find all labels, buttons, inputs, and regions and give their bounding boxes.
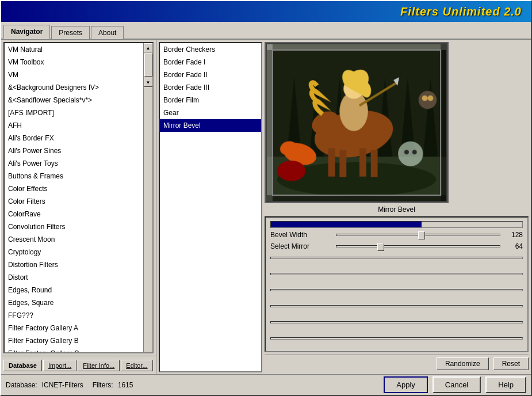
filters-label: Filters: bbox=[93, 381, 113, 389]
empty-track-4 bbox=[270, 305, 523, 307]
empty-track-2 bbox=[270, 273, 523, 275]
editor-button[interactable]: Editor... bbox=[121, 360, 152, 371]
database-label: Database: bbox=[6, 381, 37, 389]
progress-bar-fill bbox=[271, 222, 422, 227]
category-list-container: VM NaturalVM ToolboxVM&<Background Desig… bbox=[3, 42, 154, 353]
scroll-thumb[interactable] bbox=[144, 54, 152, 77]
filter-list-item[interactable]: Gear bbox=[160, 106, 261, 119]
bevel-width-row: Bevel Width 128 bbox=[270, 229, 523, 241]
preview-canvas bbox=[266, 43, 447, 202]
bevel-width-label: Bevel Width bbox=[270, 231, 334, 239]
scroll-down-btn[interactable]: ▼ bbox=[144, 78, 153, 87]
database-value: ICNET-Filters bbox=[42, 381, 83, 389]
right-panel: Border CheckersBorder Fade IBorder Fade … bbox=[156, 40, 531, 374]
status-bar: Database: ICNET-Filters Filters: 1615 Ap… bbox=[1, 374, 531, 395]
scroll-up-btn[interactable]: ▲ bbox=[144, 43, 153, 52]
filter-list-item[interactable]: Border Fade II bbox=[160, 68, 261, 81]
empty-track-3 bbox=[270, 289, 523, 291]
category-list-item[interactable]: VM Natural bbox=[5, 43, 143, 56]
category-list-item[interactable]: Ali's Power Sines bbox=[5, 144, 143, 157]
bottom-toolbar: Database Import... Filter Info... Editor… bbox=[1, 356, 156, 374]
preview-label: Mirror Bevel bbox=[265, 203, 529, 216]
action-buttons-area: Apply Cancel Help bbox=[384, 376, 526, 393]
category-list-item[interactable]: &<Background Designers IV> bbox=[5, 81, 143, 94]
category-list-item[interactable]: Ali's Power Toys bbox=[5, 157, 143, 170]
empty-row-3 bbox=[270, 289, 523, 300]
empty-track-1 bbox=[270, 257, 523, 259]
filter-list-item[interactable]: Border Fade III bbox=[160, 81, 261, 94]
category-list-item[interactable]: FFG??? bbox=[5, 309, 143, 322]
category-list-item[interactable]: VM Toolbox bbox=[5, 56, 143, 68]
filters-value: 1615 bbox=[118, 381, 133, 389]
empty-row-4 bbox=[270, 305, 523, 317]
category-list-item[interactable]: Color Effects bbox=[5, 182, 143, 195]
category-list-item[interactable]: [AFS IMPORT] bbox=[5, 106, 143, 119]
select-mirror-value: 64 bbox=[503, 242, 523, 250]
header: Filters Unlimited 2.0 bbox=[1, 1, 531, 22]
filter-list-item[interactable]: Mirror Bevel bbox=[160, 119, 261, 132]
filter-list-item[interactable]: Border Film bbox=[160, 94, 261, 106]
select-mirror-track[interactable] bbox=[336, 245, 500, 248]
tab-navigator[interactable]: Navigator bbox=[3, 25, 50, 39]
category-list-item[interactable]: Color Filters bbox=[5, 195, 143, 208]
category-list-item[interactable]: Edges, Square bbox=[5, 296, 143, 309]
bevel-width-thumb[interactable] bbox=[418, 231, 425, 239]
bevel-width-track[interactable] bbox=[336, 234, 500, 236]
empty-row-5 bbox=[270, 321, 523, 333]
main-window: Filters Unlimited 2.0 Navigator Presets … bbox=[0, 0, 532, 396]
bevel-width-value: 128 bbox=[503, 231, 523, 239]
bottom-right-bar: Randomize Reset bbox=[265, 355, 529, 372]
help-button[interactable]: Help bbox=[485, 376, 526, 393]
progress-bar-container bbox=[270, 221, 523, 228]
category-list-item[interactable]: Edges, Round bbox=[5, 284, 143, 296]
apply-button[interactable]: Apply bbox=[384, 376, 428, 393]
category-list-item[interactable]: Ali's Border FX bbox=[5, 132, 143, 144]
preview-area: Mirror Bevel Bevel Width 128 bbox=[265, 42, 529, 372]
filter-list[interactable]: Border CheckersBorder Fade IBorder Fade … bbox=[159, 42, 262, 372]
category-list-item[interactable]: AFH bbox=[5, 119, 143, 132]
category-list-item[interactable]: &<Sandflower Specials*v*> bbox=[5, 94, 143, 106]
randomize-button[interactable]: Randomize bbox=[437, 357, 489, 370]
category-list-item[interactable]: Filter Factory Gallery A bbox=[5, 322, 143, 334]
preview-image bbox=[265, 42, 449, 203]
filters-status: Filters: 1615 bbox=[93, 381, 133, 389]
category-list-item[interactable]: Filter Factory Gallery C bbox=[5, 347, 143, 352]
empty-row-1 bbox=[270, 257, 523, 268]
category-list-item[interactable]: Crescent Moon bbox=[5, 233, 143, 246]
content-area: VM NaturalVM ToolboxVM&<Background Desig… bbox=[1, 40, 531, 374]
select-mirror-thumb[interactable] bbox=[377, 243, 384, 251]
filter-list-item[interactable]: Border Checkers bbox=[160, 43, 261, 56]
select-mirror-label: Select Mirror bbox=[270, 242, 334, 250]
empty-row-6 bbox=[270, 337, 523, 349]
empty-track-5 bbox=[270, 321, 523, 323]
database-status: Database: ICNET-Filters bbox=[6, 381, 83, 389]
tabs-bar: Navigator Presets About bbox=[1, 22, 531, 40]
tab-about[interactable]: About bbox=[91, 26, 124, 39]
category-list-item[interactable]: ColorRave bbox=[5, 208, 143, 220]
empty-row-2 bbox=[270, 273, 523, 284]
category-list-item[interactable]: Convolution Filters bbox=[5, 220, 143, 233]
category-list-item[interactable]: Filter Factory Gallery B bbox=[5, 334, 143, 347]
import-button[interactable]: Import... bbox=[43, 360, 76, 371]
database-button[interactable]: Database bbox=[3, 360, 42, 371]
scrollbar-track: ▲ ▼ bbox=[143, 43, 152, 352]
category-list[interactable]: VM NaturalVM ToolboxVM&<Background Desig… bbox=[5, 43, 143, 352]
left-panel: VM NaturalVM ToolboxVM&<Background Desig… bbox=[1, 40, 156, 374]
empty-track-6 bbox=[270, 337, 523, 340]
filter-info-button[interactable]: Filter Info... bbox=[78, 360, 120, 371]
category-list-item[interactable]: Buttons & Frames bbox=[5, 170, 143, 182]
right-top-area: Border CheckersBorder Fade IBorder Fade … bbox=[159, 42, 529, 372]
category-list-item[interactable]: Distortion Filters bbox=[5, 258, 143, 271]
controls-inset: Bevel Width 128 Select Mirror bbox=[265, 216, 529, 352]
cancel-button[interactable]: Cancel bbox=[433, 376, 481, 393]
select-mirror-row: Select Mirror 64 bbox=[270, 241, 523, 252]
category-list-item[interactable]: Distort bbox=[5, 271, 143, 284]
tab-presets[interactable]: Presets bbox=[51, 26, 90, 39]
category-list-item[interactable]: VM bbox=[5, 68, 143, 81]
filter-list-item[interactable]: Border Fade I bbox=[160, 56, 261, 68]
category-list-item[interactable]: Cryptology bbox=[5, 246, 143, 258]
reset-button[interactable]: Reset bbox=[493, 357, 529, 370]
app-title: Filters Unlimited 2.0 bbox=[400, 5, 522, 18]
